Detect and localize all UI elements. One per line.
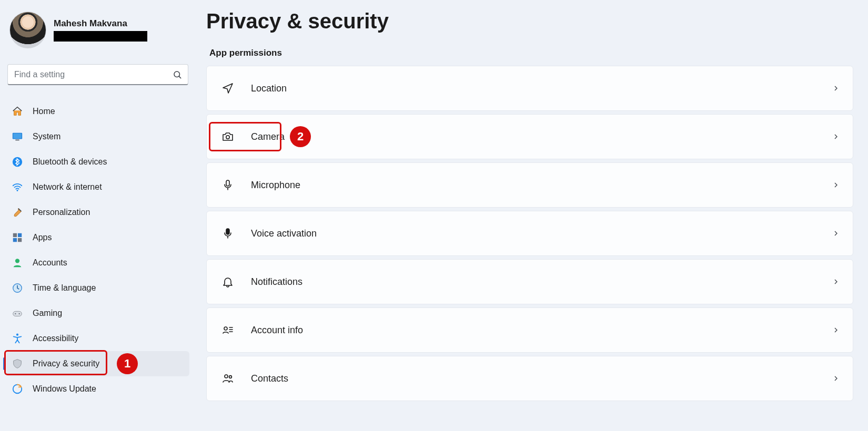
sidebar-item-accessibility[interactable]: Accessibility — [6, 326, 189, 351]
chevron-right-icon — [832, 326, 840, 334]
sidebar-item-label: System — [33, 132, 60, 141]
display-icon — [11, 130, 24, 143]
svg-rect-19 — [226, 180, 229, 186]
sidebar-nav: Home System Bluetooth & devices Network … — [6, 99, 189, 402]
sidebar-item-label: Privacy & security — [33, 359, 99, 368]
annotation-circle-1: 1 — [117, 353, 138, 374]
section-title: App permissions — [209, 48, 853, 58]
svg-point-25 — [225, 375, 228, 378]
account-info-icon — [219, 322, 236, 338]
sidebar-item-bluetooth[interactable]: Bluetooth & devices — [6, 149, 189, 175]
permission-contacts[interactable]: Contacts — [206, 356, 853, 401]
sidebar-item-privacy[interactable]: Privacy & security 1 — [6, 351, 189, 376]
clock-icon — [11, 281, 24, 295]
sidebar-item-gaming[interactable]: Gaming — [6, 301, 189, 326]
sidebar-item-accounts[interactable]: Accounts — [6, 250, 189, 275]
permission-label: Notifications — [251, 276, 832, 288]
sidebar-item-apps[interactable]: Apps — [6, 225, 189, 250]
main-panel: Privacy & security App permissions Locat… — [196, 0, 868, 431]
sidebar-item-update[interactable]: Windows Update — [6, 376, 189, 402]
svg-point-16 — [16, 334, 18, 336]
search-icon — [173, 70, 182, 79]
svg-rect-9 — [13, 238, 17, 242]
sidebar-item-label: Time & language — [33, 283, 96, 293]
permission-list: Location Camera 2 Microphone — [206, 66, 853, 401]
permission-label: Contacts — [251, 373, 832, 384]
gamepad-icon — [11, 306, 24, 320]
avatar — [9, 12, 46, 48]
accessibility-icon — [11, 332, 24, 345]
svg-rect-7 — [13, 233, 17, 237]
sidebar-item-label: Apps — [33, 233, 52, 242]
chevron-right-icon — [832, 278, 840, 286]
search-wrap — [7, 64, 188, 85]
settings-window: Mahesh Makvana Home System — [0, 0, 868, 431]
sidebar-item-label: Network & internet — [33, 182, 102, 192]
sidebar-item-label: Bluetooth & devices — [33, 157, 107, 167]
chevron-right-icon — [832, 84, 840, 93]
sidebar-item-label: Windows Update — [33, 384, 96, 394]
svg-rect-10 — [18, 238, 22, 242]
sidebar: Mahesh Makvana Home System — [0, 0, 196, 431]
profile-block[interactable]: Mahesh Makvana — [6, 9, 189, 53]
update-icon — [11, 382, 24, 396]
svg-point-15 — [18, 313, 19, 314]
svg-point-26 — [229, 376, 232, 378]
svg-rect-4 — [15, 140, 19, 141]
permission-label: Camera — [251, 131, 832, 142]
sidebar-item-label: Gaming — [33, 309, 62, 318]
sidebar-item-system[interactable]: System — [6, 124, 189, 149]
bell-icon — [219, 273, 236, 290]
brush-icon — [11, 206, 24, 219]
profile-email-redacted — [54, 31, 147, 42]
sidebar-item-network[interactable]: Network & internet — [6, 175, 189, 200]
shield-icon — [11, 357, 24, 371]
svg-point-6 — [17, 190, 18, 191]
permission-account-info[interactable]: Account info — [206, 307, 853, 353]
sidebar-item-home[interactable]: Home — [6, 99, 189, 124]
chevron-right-icon — [832, 374, 840, 383]
profile-name: Mahesh Makvana — [54, 18, 147, 29]
permission-location[interactable]: Location — [206, 66, 853, 111]
permission-label: Account info — [251, 325, 832, 336]
chevron-right-icon — [832, 181, 840, 189]
permission-microphone[interactable]: Microphone — [206, 162, 853, 208]
sidebar-item-label: Home — [33, 107, 55, 116]
sidebar-item-label: Personalization — [33, 208, 90, 217]
permission-notifications[interactable]: Notifications — [206, 259, 853, 304]
voice-icon — [219, 225, 236, 242]
permission-label: Voice activation — [251, 228, 832, 239]
bluetooth-icon — [11, 155, 24, 169]
permission-label: Location — [251, 83, 832, 94]
permission-camera[interactable]: Camera 2 — [206, 114, 853, 159]
svg-line-1 — [179, 76, 180, 78]
location-icon — [219, 80, 236, 97]
permission-voice-activation[interactable]: Voice activation — [206, 211, 853, 256]
permission-label: Microphone — [251, 180, 832, 191]
svg-point-21 — [224, 327, 227, 330]
page-title: Privacy & security — [206, 9, 853, 33]
svg-point-11 — [15, 259, 19, 263]
chevron-right-icon — [832, 229, 840, 238]
svg-rect-3 — [13, 134, 22, 138]
svg-point-14 — [15, 313, 16, 314]
sidebar-item-time[interactable]: Time & language — [6, 275, 189, 301]
camera-icon — [219, 128, 236, 145]
apps-icon — [11, 231, 24, 244]
svg-point-18 — [226, 136, 229, 139]
sidebar-item-personalization[interactable]: Personalization — [6, 200, 189, 225]
person-icon — [11, 256, 24, 270]
svg-rect-20 — [226, 229, 229, 234]
contacts-icon — [219, 370, 236, 387]
wifi-icon — [11, 180, 24, 194]
sidebar-item-label: Accounts — [33, 258, 67, 268]
search-input[interactable] — [7, 64, 188, 85]
svg-rect-13 — [13, 311, 22, 316]
mic-icon — [219, 177, 236, 193]
chevron-right-icon — [832, 132, 840, 141]
svg-rect-8 — [18, 233, 22, 237]
profile-meta: Mahesh Makvana — [54, 18, 147, 42]
home-icon — [11, 105, 24, 118]
sidebar-item-label: Accessibility — [33, 334, 78, 343]
